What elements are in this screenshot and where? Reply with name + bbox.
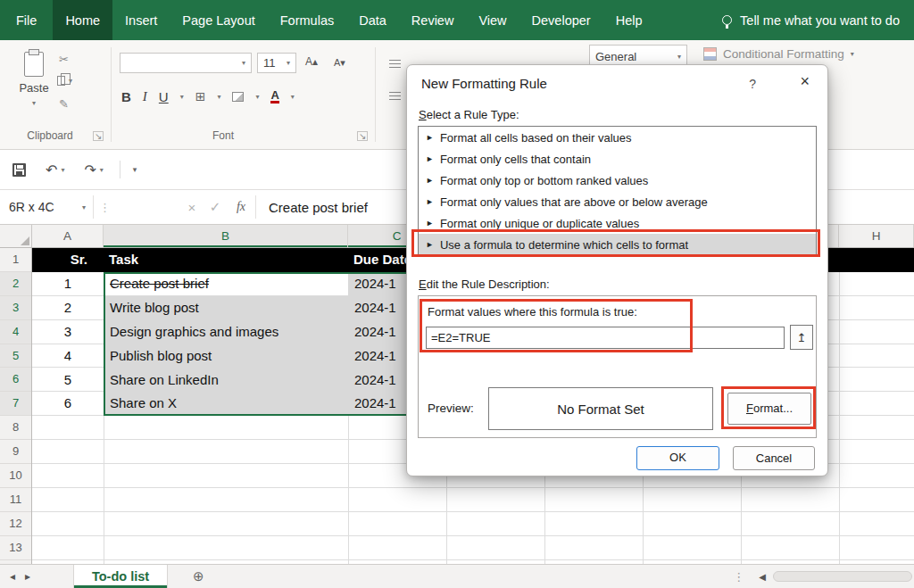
tab-file[interactable]: File (0, 0, 53, 40)
tab-page-layout[interactable]: Page Layout (170, 0, 267, 40)
chevron-down-icon[interactable]: ▾ (255, 93, 259, 101)
column-header-b[interactable]: B (104, 225, 348, 247)
row-header-2[interactable]: 2 (0, 272, 31, 296)
insert-function-icon[interactable]: fx (227, 200, 255, 214)
row-header-9[interactable]: 9 (0, 440, 31, 464)
header-cell-task[interactable]: Task (109, 248, 138, 272)
column-header-h[interactable]: H (839, 225, 914, 247)
cell-b4[interactable]: Design graphics and images (104, 320, 348, 344)
sheet-tab-todo-list[interactable]: To-do list (73, 565, 168, 588)
help-icon[interactable]: ? (749, 77, 756, 91)
rule-type-option-6-selected[interactable]: ► Use a formula to determine which cells… (419, 234, 816, 255)
underline-button[interactable]: U (159, 89, 169, 104)
tab-view[interactable]: View (466, 0, 519, 40)
decrease-font-icon[interactable]: A▾ (334, 57, 345, 69)
redo-button[interactable]: ↷ (84, 161, 96, 178)
rule-formula-input[interactable] (426, 327, 785, 349)
save-icon[interactable] (12, 163, 26, 177)
name-box-dropdown-icon[interactable]: ▾ (75, 203, 93, 211)
chevron-down-icon[interactable]: ▾ (180, 93, 184, 101)
row-header-12[interactable]: 12 (0, 512, 31, 536)
cell-a3[interactable]: 2 (32, 296, 104, 320)
row-header-11[interactable]: 11 (0, 488, 31, 512)
drag-handle-icon[interactable]: ⋮ (99, 201, 111, 214)
rule-type-option-3[interactable]: ► Format only top or bottom ranked value… (419, 170, 816, 191)
chevron-down-icon[interactable]: ▾ (217, 93, 220, 101)
sheet-nav-left-icon[interactable]: ◂ (10, 570, 15, 583)
cell-a6[interactable]: 5 (32, 369, 104, 393)
header-cell-due[interactable]: Due Date (353, 248, 411, 272)
borders-icon[interactable]: ⊞ (195, 89, 206, 104)
font-name-select[interactable]: ▾ (120, 53, 252, 73)
tab-developer[interactable]: Developer (519, 0, 603, 40)
increase-font-icon[interactable]: A▴ (305, 55, 318, 68)
row-header-1[interactable]: 1 (0, 248, 31, 272)
undo-button[interactable]: ↶ (46, 161, 57, 178)
format-button[interactable]: Format... (727, 393, 811, 425)
ok-button[interactable]: OK (636, 446, 719, 470)
align-lines-icon[interactable] (389, 60, 401, 69)
rule-type-option-1[interactable]: ► Format all cells based on their values (419, 127, 816, 148)
hscroll-left-icon[interactable]: ◀ (759, 572, 766, 582)
dialog-title[interactable]: New Formatting Rule (421, 76, 547, 91)
row-header-5[interactable]: 5 (0, 344, 31, 369)
paste-button[interactable]: Paste ▾ (12, 49, 55, 128)
font-color-icon[interactable]: A (270, 89, 278, 104)
rule-type-option-2[interactable]: ► Format only cells that contain (419, 148, 816, 170)
fill-color-icon[interactable] (232, 92, 244, 102)
rule-type-option-5[interactable]: ► Format only unique or duplicate values (419, 212, 816, 234)
qat-customize-icon[interactable]: ▾ (133, 165, 137, 174)
tell-me-box[interactable]: Tell me what you want to do (708, 0, 914, 40)
column-header-a[interactable]: A (32, 225, 104, 247)
row-header-3[interactable]: 3 (0, 296, 31, 320)
cell-a5[interactable]: 4 (32, 344, 104, 369)
chevron-down-icon[interactable]: ▾ (61, 166, 64, 174)
confirm-entry-icon[interactable]: ✓ (204, 199, 227, 215)
tab-insert[interactable]: Insert (112, 0, 170, 40)
select-all-corner[interactable] (0, 225, 32, 247)
italic-button[interactable]: I (143, 89, 147, 104)
tab-formulas[interactable]: Formulas (268, 0, 346, 40)
cell-b3[interactable]: Write blog post (104, 296, 348, 320)
row-header-8[interactable]: 8 (0, 416, 31, 440)
collapse-dialog-icon[interactable]: ↥ (790, 325, 813, 350)
row-header-13[interactable]: 13 (0, 536, 31, 560)
font-dialog-launcher-icon[interactable]: ↘ (357, 131, 368, 141)
tab-help[interactable]: Help (603, 0, 655, 40)
cell-a7[interactable]: 6 (32, 392, 104, 416)
clipboard-dialog-launcher-icon[interactable]: ↘ (93, 131, 104, 141)
row-header-7[interactable]: 7 (0, 392, 31, 416)
format-painter-button[interactable]: ✎ (59, 97, 69, 111)
rule-type-option-4[interactable]: ► Format only values that are above or b… (419, 191, 816, 212)
cell-b5[interactable]: Publish blog post (104, 344, 348, 369)
name-box[interactable]: 6R x 4C (0, 200, 75, 214)
cell-b6[interactable]: Share on LinkedIn (104, 369, 348, 393)
formula-input[interactable]: Create post brief (256, 200, 368, 215)
row-header-10[interactable]: 10 (0, 464, 31, 488)
sheet-nav-right-icon[interactable]: ▸ (25, 570, 30, 583)
row-header-6[interactable]: 6 (0, 368, 31, 392)
copy-button[interactable]: ▾ (57, 76, 72, 86)
close-icon[interactable]: × (800, 72, 810, 91)
add-sheet-icon[interactable]: ⊕ (193, 568, 204, 584)
cut-button[interactable]: ✂ (59, 53, 69, 66)
chevron-down-icon[interactable]: ▾ (291, 93, 295, 101)
cancel-entry-icon[interactable]: × (180, 200, 204, 215)
conditional-formatting-button[interactable]: Conditional Formatting ▾ (703, 47, 854, 61)
align-lines-icon[interactable] (389, 92, 401, 101)
chevron-down-icon[interactable]: ▾ (100, 166, 104, 174)
bold-button[interactable]: B (121, 89, 131, 104)
cell-a4[interactable]: 3 (32, 320, 104, 344)
tab-review[interactable]: Review (399, 0, 467, 40)
tab-data[interactable]: Data (346, 0, 399, 40)
cell-b2-active[interactable]: Create post brief (104, 272, 348, 296)
header-cell-sr[interactable]: Sr. (32, 248, 87, 272)
cancel-button[interactable]: Cancel (733, 446, 815, 470)
cell-a2[interactable]: 1 (32, 272, 104, 296)
horizontal-scrollbar[interactable] (773, 571, 912, 582)
tab-scroll-divider-icon[interactable]: ⋮ (733, 570, 744, 584)
cell-b7[interactable]: Share on X (104, 392, 348, 416)
font-size-select[interactable]: 11 ▾ (257, 53, 296, 73)
row-header-4[interactable]: 4 (0, 320, 31, 344)
tab-home[interactable]: Home (53, 0, 112, 40)
